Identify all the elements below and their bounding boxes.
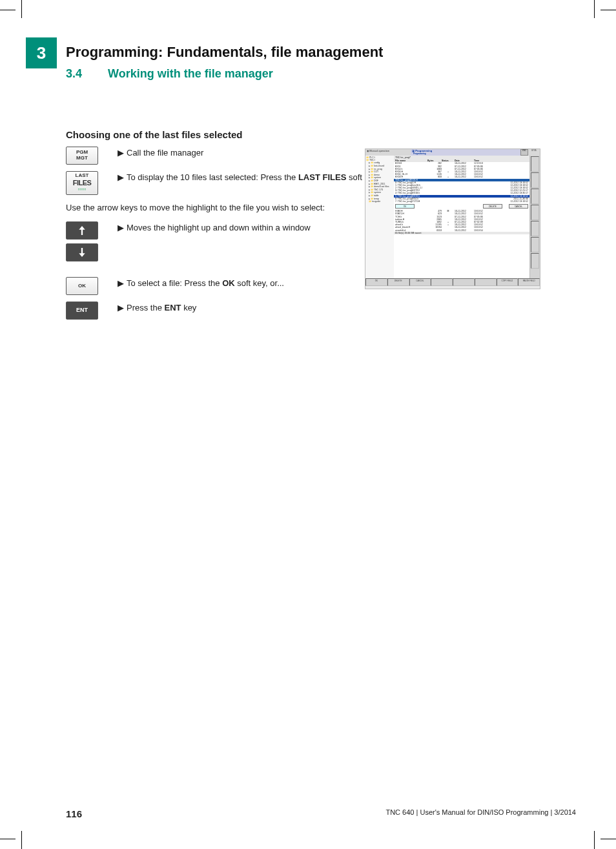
key-label: ENT (76, 307, 88, 314)
ss-mode-left: ◉ Manual operation (365, 149, 411, 156)
ss-softkey[interactable] (431, 278, 453, 286)
key-label: LAST (76, 173, 89, 179)
ss-mode-right: ◪ Programming Programming (411, 149, 520, 156)
ss-status-line: 65 file(s) 19.06 GB vacant (394, 232, 529, 234)
ss-file-rows: EX9.H28210-12-201212:19:10EX9.I90207-12-… (394, 162, 529, 178)
ss-side-panel (529, 156, 540, 278)
ss-clock: 07:35 (528, 149, 540, 156)
ss-softkey[interactable]: COPY FIELD (497, 278, 518, 286)
bullet-arrow-icon: ▶ (118, 171, 127, 184)
files-icon: ▫▫▫▫ (78, 187, 87, 193)
chapter-title: Programming: Fundamentals, file manageme… (66, 44, 383, 61)
section-number: 3.4 (66, 67, 105, 81)
ss-dnc-box: DNC (520, 149, 528, 156)
ss-softkey[interactable]: OK (365, 278, 387, 286)
pgm-mgt-key: PGM MGT (66, 147, 98, 165)
step-row: ENT ▶Press the ENT key (66, 302, 557, 320)
crop-mark (0, 10, 15, 10)
arrow-down-icon (78, 248, 86, 257)
ss-folder-tree: 📁 PLC:\📁 TNC:\📁 config📁 lost+found📁 nc_p… (365, 156, 394, 278)
page-number: 116 (66, 808, 82, 819)
ss-softkey[interactable]: DELETE (387, 278, 409, 286)
bullet-arrow-icon: ▶ (118, 147, 127, 159)
bullet-arrow-icon: ▶ (118, 221, 127, 234)
ss-delete-button[interactable]: DELETE (483, 204, 502, 209)
arrow-up-icon (78, 226, 86, 235)
footer-text: TNC 640 | User's Manual for DIN/ISO Prog… (385, 808, 576, 819)
ss-dialog-buttons: OK DELETE CANCEL (394, 203, 529, 210)
ss-ok-button[interactable]: OK (395, 204, 415, 209)
ss-cancel-button[interactable]: CANCEL (509, 204, 528, 209)
ss-softkey[interactable] (453, 278, 475, 286)
ss-file-panel: TNC:\nc_prog\* File nameBytesStatusDateT… (394, 156, 529, 278)
page-footer: 116 TNC 640 | User's Manual for DIN/ISO … (66, 808, 576, 819)
ss-mode-sub: Programming (412, 153, 519, 156)
subsection-heading: Choosing one of the last files selected (66, 129, 557, 140)
step-text: Press the ENT key (127, 303, 196, 312)
key-label: MGT (76, 156, 88, 161)
page: 3 Programming: Fundamentals, file manage… (0, 0, 616, 849)
crop-mark (0, 839, 15, 839)
crop-mark (594, 0, 595, 18)
ss-softkey[interactable] (475, 278, 497, 286)
ss-softkey-bar: OKDELETECANCELCOPY FIELDPASTE FIELD (365, 278, 540, 286)
crop-mark (21, 831, 22, 849)
ss-softkey[interactable]: CANCEL (409, 278, 431, 286)
ss-file-rows: STAT.H479M10-12-201213:10:52STAT1.H62310… (394, 210, 529, 232)
arrow-up-key (66, 221, 98, 240)
step-text: To display the 10 files last selected: P… (127, 172, 379, 182)
ok-softkey: OK (66, 277, 98, 295)
ent-key: ENT (66, 302, 98, 320)
ss-titlebar: ◉ Manual operation ◪ Programming Program… (365, 149, 540, 156)
arrow-down-key (66, 243, 98, 261)
crop-mark (601, 839, 616, 839)
section-heading: 3.4 Working with the file manager (66, 67, 273, 81)
step-text: Call the file manager (127, 148, 203, 158)
step-text: Moves the highlight up and down within a… (127, 223, 311, 232)
ss-last-files-dialog: 0: TNC:\nc_prog\1.H12-2012 13:10:521: TN… (394, 181, 529, 203)
chapter-number-box: 3 (26, 37, 57, 68)
screenshot-figure: ◉ Manual operation ◪ Programming Program… (365, 148, 540, 289)
bullet-arrow-icon: ▶ (118, 277, 127, 290)
body-paragraph: Use the arrow keys to move the highlight… (66, 201, 350, 214)
crop-mark (601, 10, 616, 10)
step-text: To select a file: Press the OK soft key,… (127, 278, 284, 288)
crop-mark (21, 0, 22, 18)
last-files-softkey: LAST FILES ▫▫▫▫ (66, 171, 98, 195)
crop-mark (594, 831, 595, 849)
ss-softkey[interactable]: PASTE FIELD (518, 278, 540, 286)
bullet-arrow-icon: ▶ (118, 302, 127, 314)
key-label: OK (78, 283, 86, 289)
section-title: Working with the file manager (108, 67, 273, 80)
